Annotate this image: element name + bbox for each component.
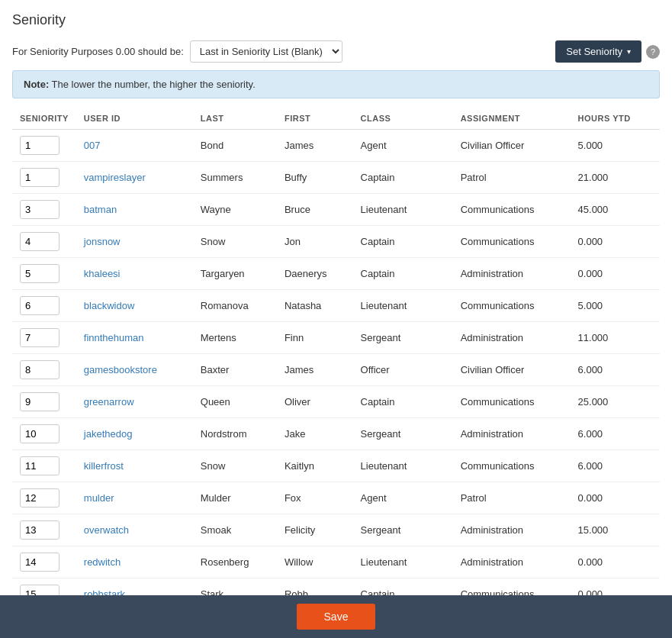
class-cell: Sergeant [353,514,453,546]
seniority-cell [12,258,76,290]
user-id-cell: vampireslayer [76,162,193,194]
table-row: jonsnowSnowJonCaptainCommunications0.000 [12,226,660,258]
assignment-cell: Patrol [453,162,571,194]
user-link[interactable]: blackwidow [84,300,134,311]
assignment-cell: Civilian Officer [453,130,571,162]
last-cell: Summers [193,162,277,194]
set-seniority-button[interactable]: Set Seniority ▾ [555,40,641,63]
first-cell: Daenerys [277,258,353,290]
seniority-input[interactable] [20,488,59,508]
user-link[interactable]: khaleesi [84,268,121,279]
seniority-input[interactable] [20,392,59,411]
user-id-cell: killerfrost [76,450,193,482]
first-cell: Bruce [277,194,353,226]
seniority-input[interactable] [20,553,59,572]
table-row: mulderMulderFoxAgentPatrol0.000 [12,482,660,514]
first-cell: Finn [277,322,353,354]
user-link[interactable]: jakethedog [84,428,133,440]
seniority-cell [12,162,76,194]
hours_ytd-cell: 5.000 [571,290,660,322]
class-cell: Agent [353,482,453,514]
table-row: khaleesiTargaryenDaenerysCaptainAdminist… [12,258,660,290]
assignment-cell: Administration [453,514,571,546]
seniority-cell [12,482,76,514]
class-cell: Lieutenant [353,290,453,322]
table-row: overwatchSmoakFelicitySergeantAdministra… [12,514,660,546]
last-cell: Rosenberg [193,546,277,578]
user-link[interactable]: finnthehuman [84,332,144,343]
seniority-input[interactable] [20,168,59,187]
assignment-cell: Communications [453,226,571,258]
save-button[interactable]: Save [297,604,376,630]
user-link[interactable]: redwitch [84,556,121,568]
class-cell: Captain [353,258,453,290]
seniority-input[interactable] [20,456,59,475]
table-row: jakethedogNordstromJakeSergeantAdministr… [12,418,660,450]
assignment-cell: Patrol [453,482,571,514]
seniority-input[interactable] [20,232,59,251]
first-cell: Willow [277,546,353,578]
seniority-input[interactable] [20,360,59,379]
first-cell: Oliver [277,386,353,418]
last-cell: Wayne [193,194,277,226]
note-prefix: Note: [24,79,49,90]
assignment-cell: Administration [453,322,571,354]
class-cell: Lieutenant [353,546,453,578]
hours_ytd-cell: 11.000 [571,322,660,354]
seniority-input[interactable] [20,296,59,315]
assignment-cell: Administration [453,546,571,578]
last-cell: Targaryen [193,258,277,290]
assignment-cell: Communications [453,450,571,482]
user-link[interactable]: gamesbookstore [84,364,157,375]
user-link[interactable]: batman [84,204,117,215]
set-seniority-label: Set Seniority [566,46,622,57]
seniority-input[interactable] [20,264,59,283]
user-link[interactable]: mulder [84,492,114,504]
first-cell: Felicity [277,514,353,546]
user-link[interactable]: overwatch [84,524,129,536]
page-title: Seniority [12,12,660,28]
seniority-input[interactable] [20,328,59,347]
seniority-table: SENIORITY USER ID LAST FIRST CLASS ASSIG… [12,108,660,638]
seniority-cell [12,290,76,322]
user-link[interactable]: greenarrow [84,396,134,408]
note-bar: Note: The lower the number, the higher t… [12,70,660,98]
class-cell: Lieutenant [353,450,453,482]
user-id-cell: khaleesi [76,258,193,290]
user-link[interactable]: 007 [84,140,101,151]
user-link[interactable]: killerfrost [84,460,124,472]
seniority-input[interactable] [20,200,59,219]
last-cell: Romanova [193,290,277,322]
user-id-cell: mulder [76,482,193,514]
toolbar-left: For Seniority Purposes 0.00 should be: L… [12,40,342,63]
assignment-cell: Communications [453,386,571,418]
user-link[interactable]: vampireslayer [84,172,146,183]
seniority-cell [12,354,76,386]
seniority-input[interactable] [20,424,59,443]
user-id-cell: jakethedog [76,418,193,450]
seniority-input[interactable] [20,136,59,155]
hours_ytd-cell: 5.000 [571,130,660,162]
first-cell: Jon [277,226,353,258]
class-cell: Captain [353,386,453,418]
first-cell: Kaitlyn [277,450,353,482]
user-id-cell: blackwidow [76,290,193,322]
assignment-cell: Administration [453,418,571,450]
hours_ytd-cell: 6.000 [571,450,660,482]
table-row: vampireslayerSummersBuffyCaptainPatrol21… [12,162,660,194]
table-body: 007BondJamesAgentCivilian Officer5.000va… [12,130,660,639]
last-cell: Smoak [193,514,277,546]
class-cell: Lieutenant [353,194,453,226]
class-cell: Sergeant [353,418,453,450]
hours_ytd-cell: 15.000 [571,514,660,546]
seniority-select[interactable]: Last in Seniority List (Blank) [190,40,342,63]
hours_ytd-cell: 6.000 [571,354,660,386]
seniority-input[interactable] [20,520,59,540]
help-icon[interactable]: ? [646,45,660,59]
hours_ytd-cell: 6.000 [571,418,660,450]
user-id-cell: greenarrow [76,386,193,418]
seniority-cell [12,322,76,354]
assignment-cell: Administration [453,258,571,290]
user-id-cell: gamesbookstore [76,354,193,386]
user-link[interactable]: jonsnow [84,236,121,247]
